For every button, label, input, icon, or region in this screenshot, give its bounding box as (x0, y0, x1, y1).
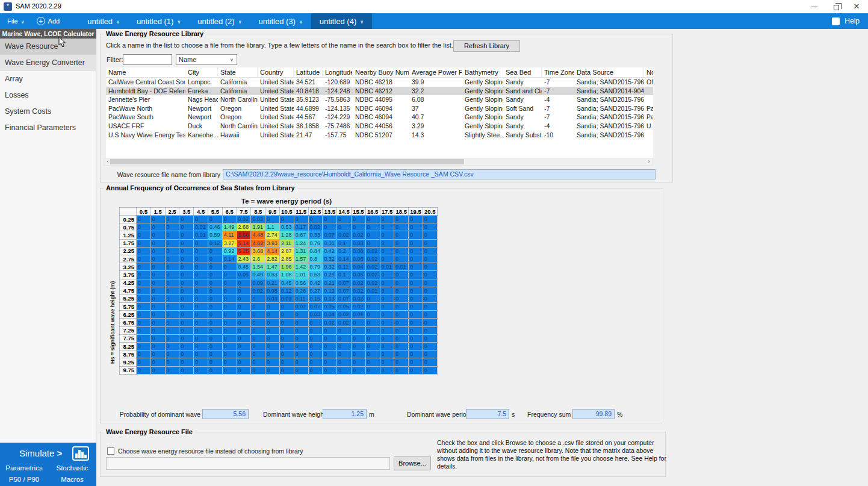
help-button[interactable]: Help (845, 17, 860, 25)
column-header-sea-bed[interactable]: Sea Bed (503, 67, 542, 77)
simulate-menu-stochastic[interactable]: Stochastic (48, 464, 96, 472)
column-header-city[interactable]: City (185, 67, 218, 77)
matrix-col-header: 0.5 (137, 208, 151, 216)
column-header-name[interactable]: Name (106, 67, 185, 77)
browse-button[interactable]: Browse... (394, 456, 431, 470)
table-cell: -120.689 (323, 78, 353, 87)
column-header-latitude[interactable]: Latitude (294, 67, 323, 77)
simulate-menu-p50-p90[interactable]: P50 / P90 (0, 476, 48, 483)
filter-column-select[interactable]: Name ∨ (176, 54, 237, 65)
column-header-nearby-buoy-number[interactable]: Nearby Buoy Number (353, 67, 409, 77)
table-row[interactable]: PacWave NorthNewportOregonUnited States4… (106, 104, 653, 113)
results-chart-icon[interactable] (72, 446, 89, 461)
sidebar-item-wave-resource[interactable]: Wave Resource (0, 39, 96, 55)
table-cell: Newport (185, 104, 218, 113)
table-cell: PacWave South (106, 113, 185, 122)
column-header-data-source[interactable]: Data Source (574, 67, 644, 77)
sidebar-item-system-costs[interactable]: System Costs (0, 104, 96, 120)
use-file-checkbox[interactable] (107, 447, 114, 455)
matrix-cell: 0 (208, 343, 222, 350)
file-menu[interactable]: File ∨ (1, 13, 31, 29)
tab-label: untitled (2) (197, 17, 234, 26)
table-row[interactable]: PacWave SouthNewportOregonUnited States4… (106, 113, 653, 122)
table-row[interactable]: Jennette's PierNags HeadNorth CarolinaUn… (106, 95, 653, 104)
sidebar-item-financial-parameters[interactable]: Financial Parameters (0, 120, 96, 136)
matrix-cell: 0 (423, 247, 437, 255)
column-header-state[interactable]: State (218, 67, 258, 77)
horizontal-scrollbar[interactable]: ‹ › (104, 158, 653, 166)
matrix-cell: 0 (251, 358, 265, 366)
tab-untitled-4[interactable]: untitled (4)∨ (311, 13, 372, 29)
column-header-bathymetry[interactable]: Bathymetry (462, 67, 503, 77)
column-header-time-zone[interactable]: Time Zone (542, 67, 574, 77)
scroll-right-icon[interactable]: › (645, 158, 653, 165)
matrix-cell: 0 (351, 350, 365, 358)
sidebar-item-wave-energy-converter[interactable]: Wave Energy Converter (0, 55, 96, 71)
matrix-cell: 0 (423, 239, 437, 247)
matrix-cell: 0 (394, 358, 409, 366)
resource-file-input[interactable] (106, 457, 390, 470)
table-row[interactable]: U.S Navy Wave Energy Test Si...Kaneohe .… (106, 131, 653, 140)
matrix-cell: 0 (394, 279, 409, 287)
column-header-country[interactable]: Country (258, 67, 294, 77)
filter-input[interactable] (123, 54, 172, 65)
column-header-longitude[interactable]: Longitude (323, 67, 353, 77)
matrix-cell: 0 (394, 319, 409, 326)
matrix-cell: 0 (137, 311, 151, 319)
column-header-average-power-flux[interactable]: Average Power Flux (409, 67, 462, 77)
table-row[interactable]: Humboldt Bay - DOE ReferenceEurekaCalifo… (106, 87, 653, 96)
matrix-cell: 0.84 (308, 247, 323, 255)
matrix-cell: 0.02 (365, 247, 380, 255)
table-row[interactable]: USACE FRFDuckNorth CarolinaUnited States… (106, 122, 653, 131)
matrix-cell: 5.56 (237, 231, 251, 239)
matrix-cell: 0 (394, 303, 409, 311)
table-cell: California (218, 87, 258, 96)
scrollbar-thumb[interactable] (110, 159, 464, 164)
table-cell: NDBC 46218 (353, 78, 409, 87)
matrix-cell: 0 (423, 319, 437, 326)
refresh-library-button[interactable]: Refresh Library (453, 40, 520, 52)
close-button[interactable]: ✕ (846, 0, 867, 13)
matrix-cell: 0 (179, 366, 194, 374)
matrix-cell: 0 (165, 326, 179, 334)
tab-untitled-1[interactable]: untitled (1)∨ (128, 13, 189, 29)
sidebar-item-losses[interactable]: Losses (0, 87, 96, 104)
restore-button[interactable] (826, 0, 846, 13)
table-row[interactable]: CalWave Central Coast SouthLompocCalifor… (106, 78, 653, 87)
matrix-cell: 0.63 (265, 271, 280, 279)
stat-label: Frequency sum (527, 411, 571, 418)
tab-label: untitled (1) (137, 17, 173, 26)
matrix-cell: 0 (222, 287, 237, 294)
tab-untitled-2[interactable]: untitled (2)∨ (189, 13, 250, 29)
simulate-arrow-icon: > (57, 448, 63, 458)
matrix-cell: 0 (380, 231, 394, 239)
table-cell: North Carolina (218, 122, 258, 131)
tab-untitled-3[interactable]: untitled (3)∨ (250, 13, 311, 29)
matrix-col-header: 5.5 (208, 208, 222, 216)
add-case-button[interactable]: + Add (31, 13, 66, 29)
matrix-cell: 0 (137, 279, 151, 287)
help-icon[interactable] (832, 17, 840, 25)
minimize-button[interactable] (804, 0, 825, 13)
matrix-cell: 0.08 (351, 247, 365, 255)
simulate-menu-parametrics[interactable]: Parametrics (0, 464, 48, 472)
matrix-cell: 0 (150, 311, 165, 319)
matrix-cell: 5.14 (237, 239, 251, 247)
matrix-cell: 0.15 (308, 294, 323, 302)
matrix-cell: 0 (380, 366, 394, 374)
matrix-cell: 0 (208, 216, 222, 223)
matrix-cell: 2.85 (279, 255, 294, 263)
matrix-row-header: 5.75 (120, 303, 137, 311)
tab-untitled[interactable]: untitled∨ (79, 13, 128, 29)
matrix-cell: 0 (194, 358, 208, 366)
matrix-cell: 0 (279, 216, 294, 223)
matrix-cell: 0.11 (337, 263, 352, 271)
column-header-notes[interactable]: Notes (644, 67, 653, 77)
matrix-cell: 0 (179, 294, 194, 302)
simulate-menu-macros[interactable]: Macros (48, 476, 96, 483)
matrix-col-header: 6.5 (222, 208, 237, 216)
table-cell (644, 95, 653, 104)
simulate-button[interactable]: Simulate > (19, 448, 62, 458)
table-cell: -124.135 (323, 104, 353, 113)
sidebar-item-array[interactable]: Array (0, 71, 96, 87)
